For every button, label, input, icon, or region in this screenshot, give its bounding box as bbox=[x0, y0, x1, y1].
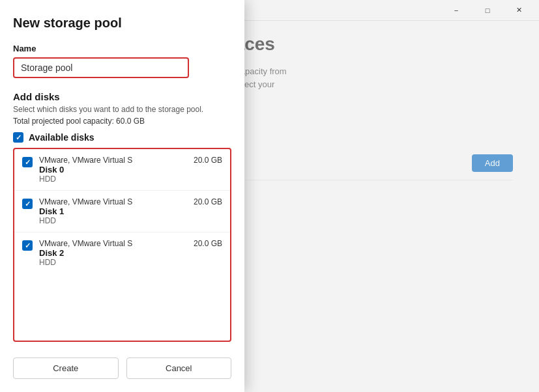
disk-2-type: HDD bbox=[39, 258, 222, 267]
disk-1-id: Disk 1 bbox=[39, 206, 222, 216]
dialog-footer: Create Cancel bbox=[13, 352, 231, 379]
disk-2-id: Disk 2 bbox=[39, 248, 222, 258]
disk-1-info: VMware, VMware Virtual S 20.0 GB Disk 1 … bbox=[39, 197, 222, 225]
disk-1-name-row: VMware, VMware Virtual S 20.0 GB bbox=[39, 197, 222, 206]
disk-0-checkbox[interactable] bbox=[22, 157, 33, 167]
disk-2-info: VMware, VMware Virtual S 20.0 GB Disk 2 … bbox=[39, 239, 222, 267]
disk-1-size: 20.0 GB bbox=[194, 197, 222, 206]
available-disks-header: Available disks bbox=[13, 132, 231, 143]
disk-0-id: Disk 0 bbox=[39, 165, 222, 175]
available-disks-label: Available disks bbox=[29, 132, 95, 143]
disk-2-checkbox[interactable] bbox=[22, 240, 33, 251]
close-button[interactable]: ✕ bbox=[504, 0, 534, 21]
name-input[interactable] bbox=[13, 57, 189, 78]
available-disks-checkbox[interactable] bbox=[13, 132, 23, 143]
add-disks-title: Add disks bbox=[13, 91, 231, 102]
disk-1-type: HDD bbox=[39, 216, 222, 225]
add-disks-desc: Select which disks you want to add to th… bbox=[13, 105, 231, 114]
disk-2-vendor: VMware, VMware Virtual S bbox=[39, 239, 132, 248]
disk-item-1: VMware, VMware Virtual S 20.0 GB Disk 1 … bbox=[14, 191, 230, 232]
add-button[interactable]: Add bbox=[472, 154, 513, 172]
minimize-button[interactable]: − bbox=[441, 0, 471, 21]
disk-list: VMware, VMware Virtual S 20.0 GB Disk 0 … bbox=[13, 148, 231, 342]
cancel-button[interactable]: Cancel bbox=[126, 357, 232, 379]
name-field-label: Name bbox=[13, 44, 231, 53]
disk-1-checkbox[interactable] bbox=[22, 199, 33, 209]
create-button[interactable]: Create bbox=[13, 357, 119, 379]
disk-2-size: 20.0 GB bbox=[194, 239, 222, 248]
maximize-button[interactable]: □ bbox=[473, 0, 503, 21]
new-storage-pool-dialog: New storage pool Name Add disks Select w… bbox=[0, 0, 244, 392]
disk-item-2: VMware, VMware Virtual S 20.0 GB Disk 2 … bbox=[14, 232, 230, 273]
disk-0-type: HDD bbox=[39, 175, 222, 184]
disk-2-name-row: VMware, VMware Virtual S 20.0 GB bbox=[39, 239, 222, 248]
disk-1-vendor: VMware, VMware Virtual S bbox=[39, 197, 132, 206]
disk-0-vendor: VMware, VMware Virtual S bbox=[39, 156, 132, 165]
disk-0-size: 20.0 GB bbox=[194, 156, 222, 165]
disk-item-0: VMware, VMware Virtual S 20.0 GB Disk 0 … bbox=[14, 149, 230, 191]
disk-0-name-row: VMware, VMware Virtual S 20.0 GB bbox=[39, 156, 222, 165]
dialog-title: New storage pool bbox=[13, 16, 231, 31]
title-bar-controls: − □ ✕ bbox=[441, 0, 534, 21]
pool-capacity: Total projected pool capacity: 60.0 GB bbox=[13, 117, 231, 126]
disk-0-info: VMware, VMware Virtual S 20.0 GB Disk 0 … bbox=[39, 156, 222, 184]
